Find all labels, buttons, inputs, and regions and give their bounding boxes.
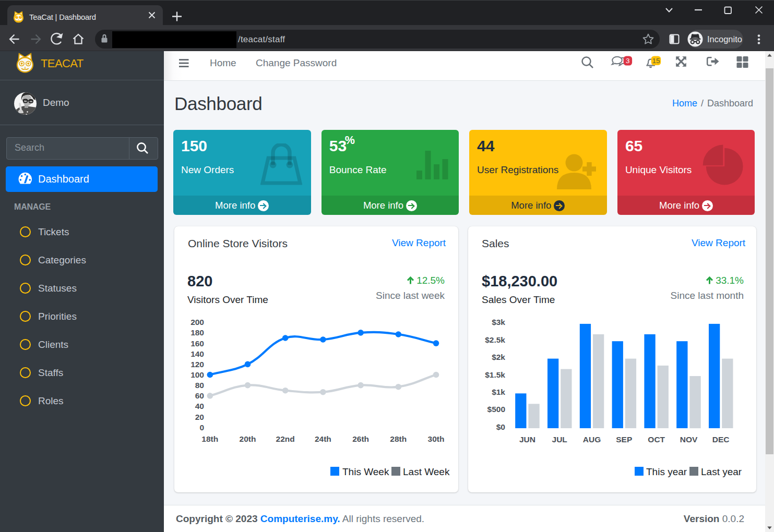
svg-text:$1.5k: $1.5k	[485, 370, 505, 379]
svg-text:JUN: JUN	[519, 435, 535, 444]
svg-text:26th: 26th	[352, 434, 369, 443]
svg-text:22nd: 22nd	[276, 434, 295, 443]
svg-text:$3k: $3k	[492, 318, 505, 327]
svg-text:200: 200	[190, 318, 204, 327]
svg-text:OCT: OCT	[648, 435, 665, 444]
svg-text:$2k: $2k	[492, 353, 505, 361]
svg-text:28th: 28th	[390, 434, 407, 443]
svg-text:NOV: NOV	[680, 435, 698, 444]
svg-text:180: 180	[190, 328, 204, 337]
svg-text:24th: 24th	[315, 434, 331, 443]
svg-text:15: 15	[652, 57, 660, 65]
svg-text:$2.5k: $2.5k	[485, 335, 505, 344]
svg-text:120: 120	[190, 360, 204, 369]
svg-text:140: 140	[190, 349, 204, 358]
svg-text:20: 20	[195, 413, 204, 421]
svg-text:3: 3	[626, 57, 630, 65]
svg-text:$1k: $1k	[492, 388, 505, 396]
svg-text:18th: 18th	[201, 434, 218, 443]
svg-text:160: 160	[190, 339, 204, 348]
svg-text:60: 60	[195, 391, 204, 400]
svg-text:SEP: SEP	[616, 435, 632, 444]
svg-text:AUG: AUG	[583, 435, 601, 444]
svg-text:JUL: JUL	[552, 435, 567, 444]
svg-text:$0: $0	[496, 422, 505, 431]
svg-text:20th: 20th	[240, 434, 256, 443]
svg-text:40: 40	[195, 402, 204, 410]
svg-text:80: 80	[195, 381, 204, 390]
svg-text:$500: $500	[487, 405, 505, 414]
svg-text:100: 100	[190, 370, 204, 379]
svg-text:30th: 30th	[428, 434, 445, 443]
svg-text:0: 0	[199, 423, 204, 432]
svg-text:DEC: DEC	[712, 435, 730, 444]
